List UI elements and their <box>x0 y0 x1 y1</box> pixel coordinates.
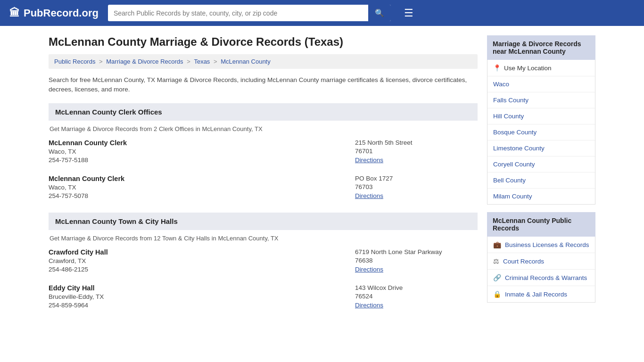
town-section-sub: Get Marriage & Divorce Records from 12 T… <box>49 235 478 242</box>
sidebar-item-court-records[interactable]: ⚖ Court Records <box>487 253 595 270</box>
sidebar-public-records-box: McLennan County Public Records 💼 Busines… <box>487 212 595 303</box>
clerk-office-2-phone: 254-757-5078 <box>49 192 346 199</box>
link-icon: 🔗 <box>493 274 501 281</box>
sidebar-item-bell-county[interactable]: Bell County <box>487 173 595 189</box>
sidebar-coryell-label: Coryell County <box>493 161 535 168</box>
clerk-section-sub: Get Marriage & Divorce Records from 2 Cl… <box>49 125 478 132</box>
criminal-records-label: Criminal Records & Warrants <box>505 274 587 281</box>
sidebar-item-criminal-records[interactable]: 🔗 Criminal Records & Warrants <box>487 270 595 286</box>
sidebar-item-bosque-county[interactable]: Bosque County <box>487 124 595 140</box>
clerk-office-2-name: Mclennan County Clerk <box>49 175 346 182</box>
breadcrumb-sep-1: > <box>99 58 104 65</box>
sidebar-item-limestone-county[interactable]: Limestone County <box>487 140 595 156</box>
scales-icon: ⚖ <box>493 257 499 265</box>
sidebar-item-hill-county[interactable]: Hill County <box>487 108 595 124</box>
page-description: Search for free McLennan County, TX Marr… <box>49 75 478 95</box>
clerk-office-2: Mclennan County Clerk Waco, TX 254-757-5… <box>49 175 478 201</box>
court-records-label: Court Records <box>503 258 544 265</box>
clerk-office-1-address: 215 North 5th Street <box>355 139 478 146</box>
town-office-1-city: Crawford, TX <box>49 257 346 264</box>
town-office-2-name: Eddy City Hall <box>49 284 346 292</box>
town-office-2-zip: 76524 <box>355 293 478 300</box>
sidebar-falls-label: Falls County <box>493 97 528 104</box>
sidebar-waco-label: Waco <box>493 81 509 88</box>
main-content: McLennan County Marriage & Divorce Recor… <box>49 35 478 322</box>
clerk-office-2-zip: 76703 <box>355 183 478 190</box>
site-logo: 🏛 PubRecord.org <box>9 7 99 19</box>
town-office-1-directions[interactable]: Directions <box>355 266 383 273</box>
breadcrumb-public-records[interactable]: Public Records <box>54 58 95 65</box>
hamburger-icon: ☰ <box>404 7 413 19</box>
town-office-2: Eddy City Hall Bruceville-Eddy, TX 254-8… <box>49 284 478 311</box>
clerk-section: McLennan County Clerk Offices Get Marria… <box>49 103 478 201</box>
sidebar-item-falls-county[interactable]: Falls County <box>487 92 595 108</box>
clerk-office-1-city: Waco, TX <box>49 148 346 155</box>
search-input[interactable] <box>108 6 368 21</box>
site-header: 🏛 PubRecord.org 🔍 ☰ <box>0 0 644 26</box>
business-licenses-label: Business Licenses & Records <box>505 241 589 248</box>
breadcrumb: Public Records > Marriage & Divorce Reco… <box>49 54 478 69</box>
sidebar-item-inmate-records[interactable]: 🔒 Inmate & Jail Records <box>487 286 595 302</box>
logo-icon: 🏛 <box>9 7 20 19</box>
town-office-1-address: 6719 North Lone Star Parkway <box>355 248 478 255</box>
page-container: McLennan County Marriage & Divorce Recor… <box>39 26 605 331</box>
location-icon: 📍 <box>493 64 501 72</box>
sidebar-public-records-list: 💼 Business Licenses & Records ⚖ Court Re… <box>487 237 595 303</box>
breadcrumb-marriage-records[interactable]: Marriage & Divorce Records <box>106 58 183 65</box>
clerk-office-1: McLennan County Clerk Waco, TX 254-757-5… <box>49 139 478 165</box>
breadcrumb-texas[interactable]: Texas <box>194 58 210 65</box>
inmate-records-label: Inmate & Jail Records <box>505 291 567 298</box>
breadcrumb-sep-3: > <box>214 58 219 65</box>
menu-button[interactable]: ☰ <box>400 5 417 21</box>
sidebar-item-milam-county[interactable]: Milam County <box>487 189 595 204</box>
sidebar-limestone-label: Limestone County <box>493 145 545 152</box>
search-button[interactable]: 🔍 <box>368 5 391 21</box>
sidebar-nearby-box: Marriage & Divorce Records near McLennan… <box>487 35 595 205</box>
logo-text: PubRecord.org <box>24 7 99 19</box>
sidebar-bell-label: Bell County <box>493 177 526 184</box>
clerk-office-1-directions[interactable]: Directions <box>355 156 383 164</box>
town-section-header: McLennan County Town & City Halls <box>49 213 478 230</box>
sidebar-nearby-title: Marriage & Divorce Records near McLennan… <box>487 35 595 60</box>
sidebar-nearby-list: 📍 Use My Location Waco Falls County Hill… <box>487 60 595 205</box>
use-location-label: Use My Location <box>504 65 552 72</box>
sidebar-item-coryell-county[interactable]: Coryell County <box>487 156 595 173</box>
page-title: McLennan County Marriage & Divorce Recor… <box>49 35 478 49</box>
town-office-1-zip: 76638 <box>355 257 478 264</box>
clerk-office-1-phone: 254-757-5188 <box>49 156 346 164</box>
clerk-office-1-name: McLennan County Clerk <box>49 139 346 147</box>
town-office-1-name: Crawford City Hall <box>49 248 346 256</box>
town-section: McLennan County Town & City Halls Get Ma… <box>49 213 478 311</box>
sidebar-item-use-location[interactable]: 📍 Use My Location <box>487 60 595 76</box>
clerk-office-2-directions[interactable]: Directions <box>355 192 383 199</box>
breadcrumb-sep-2: > <box>187 58 192 65</box>
town-office-1: Crawford City Hall Crawford, TX 254-486-… <box>49 248 478 275</box>
clerk-office-2-city: Waco, TX <box>49 184 346 191</box>
lock-icon: 🔒 <box>493 290 501 298</box>
sidebar: Marriage & Divorce Records near McLennan… <box>487 35 595 322</box>
sidebar-public-records-title: McLennan County Public Records <box>487 212 595 237</box>
town-office-2-phone: 254-859-5964 <box>49 302 346 309</box>
sidebar-bosque-label: Bosque County <box>493 129 537 136</box>
town-office-2-address: 143 Wilcox Drive <box>355 284 478 291</box>
sidebar-milam-label: Milam County <box>493 193 532 200</box>
clerk-section-header: McLennan County Clerk Offices <box>49 103 478 121</box>
town-office-2-directions[interactable]: Directions <box>355 302 383 309</box>
sidebar-hill-label: Hill County <box>493 113 524 120</box>
town-office-2-city: Bruceville-Eddy, TX <box>49 293 346 300</box>
search-icon: 🔍 <box>375 9 384 17</box>
clerk-office-2-address: PO Box 1727 <box>355 175 478 182</box>
sidebar-item-waco[interactable]: Waco <box>487 76 595 92</box>
town-office-1-phone: 254-486-2125 <box>49 266 346 273</box>
clerk-office-1-zip: 76701 <box>355 148 478 155</box>
breadcrumb-mclennan[interactable]: McLennan County <box>221 58 271 65</box>
briefcase-icon: 💼 <box>493 241 501 248</box>
sidebar-item-business-licenses[interactable]: 💼 Business Licenses & Records <box>487 237 595 253</box>
search-bar: 🔍 <box>108 5 391 21</box>
